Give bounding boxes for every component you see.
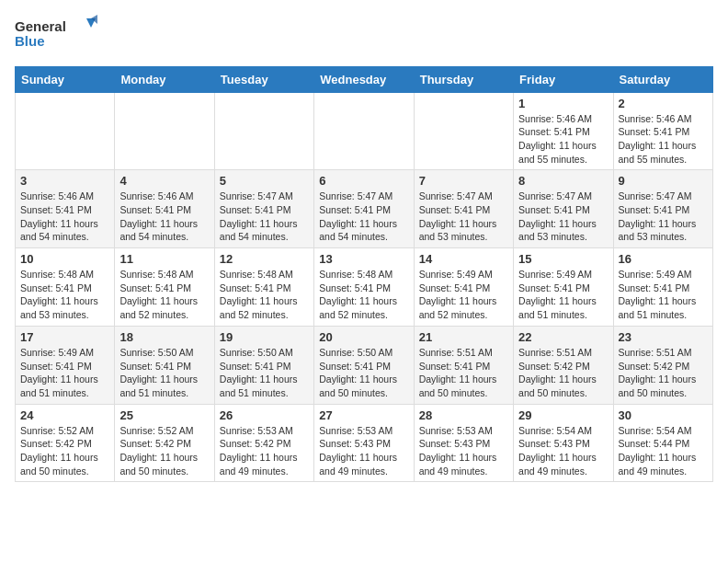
page-header: General Blue [15,15,713,55]
cell-info: Sunrise: 5:47 AM Sunset: 5:41 PM Dayligh… [220,190,309,244]
calendar-cell: 7Sunrise: 5:47 AM Sunset: 5:41 PM Daylig… [414,170,513,248]
cell-date-number: 2 [619,97,708,110]
cell-info: Sunrise: 5:54 AM Sunset: 5:44 PM Dayligh… [619,424,708,478]
header-day-friday: Friday [514,66,613,92]
week-row-4: 17Sunrise: 5:49 AM Sunset: 5:41 PM Dayli… [16,326,713,404]
calendar-cell: 24Sunrise: 5:52 AM Sunset: 5:42 PM Dayli… [16,404,115,482]
cell-info: Sunrise: 5:51 AM Sunset: 5:42 PM Dayligh… [518,346,608,400]
cell-info: Sunrise: 5:51 AM Sunset: 5:42 PM Dayligh… [619,346,708,400]
cell-date-number: 12 [220,252,309,266]
cell-date-number: 4 [119,174,209,188]
cell-info: Sunrise: 5:54 AM Sunset: 5:43 PM Dayligh… [518,424,608,478]
cell-info: Sunrise: 5:52 AM Sunset: 5:42 PM Dayligh… [119,424,209,478]
cell-info: Sunrise: 5:52 AM Sunset: 5:42 PM Dayligh… [20,424,109,478]
cell-date-number: 17 [20,330,109,344]
cell-info: Sunrise: 5:48 AM Sunset: 5:41 PM Dayligh… [319,268,408,322]
calendar-cell: 25Sunrise: 5:52 AM Sunset: 5:42 PM Dayli… [115,404,214,482]
cell-date-number: 24 [20,408,109,422]
calendar-cell: 9Sunrise: 5:47 AM Sunset: 5:41 PM Daylig… [613,170,712,248]
cell-date-number: 19 [220,330,309,344]
header-day-saturday: Saturday [613,66,712,92]
cell-date-number: 29 [518,408,608,422]
calendar-cell [214,92,313,170]
cell-info: Sunrise: 5:50 AM Sunset: 5:41 PM Dayligh… [119,346,209,400]
calendar-cell [414,92,513,170]
cell-date-number: 3 [20,174,109,188]
calendar-table: SundayMondayTuesdayWednesdayThursdayFrid… [15,66,713,483]
week-row-2: 3Sunrise: 5:46 AM Sunset: 5:41 PM Daylig… [16,170,713,248]
cell-info: Sunrise: 5:47 AM Sunset: 5:41 PM Dayligh… [518,190,608,244]
week-row-3: 10Sunrise: 5:48 AM Sunset: 5:41 PM Dayli… [16,248,713,327]
calendar-cell: 19Sunrise: 5:50 AM Sunset: 5:41 PM Dayli… [214,326,313,404]
cell-info: Sunrise: 5:49 AM Sunset: 5:41 PM Dayligh… [518,268,608,322]
header-day-thursday: Thursday [414,66,513,92]
calendar-cell: 28Sunrise: 5:53 AM Sunset: 5:43 PM Dayli… [414,404,513,482]
svg-text:Blue: Blue [15,33,45,49]
logo: General Blue [15,15,97,55]
cell-info: Sunrise: 5:51 AM Sunset: 5:41 PM Dayligh… [419,346,508,400]
header-day-wednesday: Wednesday [314,66,414,92]
cell-date-number: 11 [119,252,209,266]
cell-info: Sunrise: 5:47 AM Sunset: 5:41 PM Dayligh… [319,190,408,244]
header-day-monday: Monday [115,66,214,92]
cell-info: Sunrise: 5:48 AM Sunset: 5:41 PM Dayligh… [20,268,109,322]
calendar-cell: 8Sunrise: 5:47 AM Sunset: 5:41 PM Daylig… [514,170,613,248]
cell-info: Sunrise: 5:50 AM Sunset: 5:41 PM Dayligh… [220,346,309,400]
calendar-cell: 10Sunrise: 5:48 AM Sunset: 5:41 PM Dayli… [16,248,115,327]
week-row-5: 24Sunrise: 5:52 AM Sunset: 5:42 PM Dayli… [16,404,713,482]
cell-date-number: 26 [220,408,309,422]
cell-date-number: 18 [119,330,209,344]
cell-info: Sunrise: 5:47 AM Sunset: 5:41 PM Dayligh… [419,190,508,244]
calendar-cell: 5Sunrise: 5:47 AM Sunset: 5:41 PM Daylig… [214,170,313,248]
calendar-cell: 6Sunrise: 5:47 AM Sunset: 5:41 PM Daylig… [314,170,414,248]
calendar-cell: 18Sunrise: 5:50 AM Sunset: 5:41 PM Dayli… [115,326,214,404]
cell-date-number: 9 [619,174,708,188]
calendar-cell: 4Sunrise: 5:46 AM Sunset: 5:41 PM Daylig… [115,170,214,248]
cell-info: Sunrise: 5:49 AM Sunset: 5:41 PM Dayligh… [619,268,708,322]
cell-date-number: 10 [20,252,109,266]
cell-date-number: 22 [518,330,608,344]
svg-text:General: General [15,18,66,34]
cell-info: Sunrise: 5:53 AM Sunset: 5:43 PM Dayligh… [419,424,508,478]
cell-date-number: 20 [319,330,408,344]
cell-date-number: 8 [518,174,608,188]
cell-date-number: 21 [419,330,508,344]
cell-info: Sunrise: 5:46 AM Sunset: 5:41 PM Dayligh… [20,190,109,244]
calendar-cell: 2Sunrise: 5:46 AM Sunset: 5:41 PM Daylig… [613,92,712,170]
calendar-cell: 11Sunrise: 5:48 AM Sunset: 5:41 PM Dayli… [115,248,214,327]
calendar-cell: 23Sunrise: 5:51 AM Sunset: 5:42 PM Dayli… [613,326,712,404]
cell-date-number: 27 [319,408,408,422]
calendar-cell: 27Sunrise: 5:53 AM Sunset: 5:43 PM Dayli… [314,404,414,482]
cell-date-number: 1 [518,97,608,110]
cell-info: Sunrise: 5:47 AM Sunset: 5:41 PM Dayligh… [619,190,708,244]
calendar-cell: 14Sunrise: 5:49 AM Sunset: 5:41 PM Dayli… [414,248,513,327]
header-day-sunday: Sunday [16,66,115,92]
calendar-cell: 17Sunrise: 5:49 AM Sunset: 5:41 PM Dayli… [16,326,115,404]
cell-info: Sunrise: 5:49 AM Sunset: 5:41 PM Dayligh… [419,268,508,322]
header-day-tuesday: Tuesday [214,66,313,92]
calendar-cell: 22Sunrise: 5:51 AM Sunset: 5:42 PM Dayli… [514,326,613,404]
cell-date-number: 25 [119,408,209,422]
calendar-cell: 26Sunrise: 5:53 AM Sunset: 5:42 PM Dayli… [214,404,313,482]
cell-info: Sunrise: 5:53 AM Sunset: 5:43 PM Dayligh… [319,424,408,478]
cell-info: Sunrise: 5:46 AM Sunset: 5:41 PM Dayligh… [119,190,209,244]
calendar-header: SundayMondayTuesdayWednesdayThursdayFrid… [16,66,713,92]
cell-date-number: 23 [619,330,708,344]
cell-date-number: 28 [419,408,508,422]
cell-date-number: 5 [220,174,309,188]
calendar-cell: 30Sunrise: 5:54 AM Sunset: 5:44 PM Dayli… [613,404,712,482]
cell-info: Sunrise: 5:48 AM Sunset: 5:41 PM Dayligh… [220,268,309,322]
cell-date-number: 13 [319,252,408,266]
cell-date-number: 7 [419,174,508,188]
cell-info: Sunrise: 5:53 AM Sunset: 5:42 PM Dayligh… [220,424,309,478]
cell-info: Sunrise: 5:49 AM Sunset: 5:41 PM Dayligh… [20,346,109,400]
calendar-cell: 20Sunrise: 5:50 AM Sunset: 5:41 PM Dayli… [314,326,414,404]
calendar-cell: 1Sunrise: 5:46 AM Sunset: 5:41 PM Daylig… [514,92,613,170]
calendar-cell: 15Sunrise: 5:49 AM Sunset: 5:41 PM Dayli… [514,248,613,327]
calendar-cell: 13Sunrise: 5:48 AM Sunset: 5:41 PM Dayli… [314,248,414,327]
cell-date-number: 15 [518,252,608,266]
calendar-cell [115,92,214,170]
cell-date-number: 14 [419,252,508,266]
cell-date-number: 16 [619,252,708,266]
calendar-cell: 12Sunrise: 5:48 AM Sunset: 5:41 PM Dayli… [214,248,313,327]
